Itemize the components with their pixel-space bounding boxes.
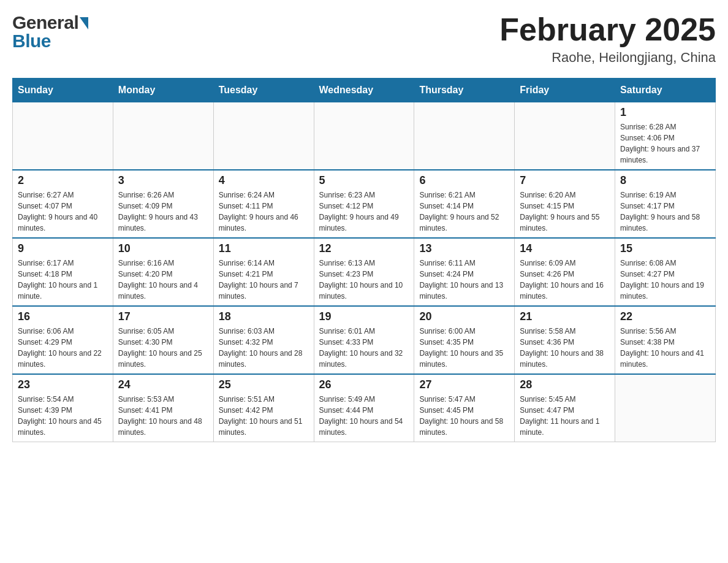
title-block: February 2025 Raohe, Heilongjiang, China	[499, 12, 716, 66]
day-info: Sunrise: 6:28 AMSunset: 4:06 PMDaylight:…	[620, 121, 710, 166]
day-header-friday: Friday	[515, 79, 615, 102]
day-info: Sunrise: 6:03 AMSunset: 4:32 PMDaylight:…	[219, 326, 309, 370]
calendar-cell	[515, 102, 615, 170]
calendar-subtitle: Raohe, Heilongjiang, China	[499, 50, 716, 66]
calendar-cell: 24Sunrise: 5:53 AMSunset: 4:41 PMDayligh…	[113, 374, 213, 442]
day-info: Sunrise: 6:01 AMSunset: 4:33 PMDaylight:…	[319, 326, 409, 370]
day-number: 11	[219, 242, 309, 255]
calendar-cell: 4Sunrise: 6:24 AMSunset: 4:11 PMDaylight…	[213, 170, 314, 238]
day-number: 3	[118, 174, 208, 187]
day-number: 4	[219, 174, 309, 187]
day-info: Sunrise: 5:54 AMSunset: 4:39 PMDaylight:…	[18, 394, 108, 438]
day-info: Sunrise: 5:53 AMSunset: 4:41 PMDaylight:…	[118, 394, 208, 438]
day-header-saturday: Saturday	[615, 79, 716, 102]
day-number: 8	[620, 174, 710, 187]
week-row-3: 9Sunrise: 6:17 AMSunset: 4:18 PMDaylight…	[13, 238, 716, 306]
calendar-cell	[113, 102, 213, 170]
day-number: 23	[18, 378, 108, 391]
calendar-cell	[314, 102, 414, 170]
calendar-cell: 10Sunrise: 6:16 AMSunset: 4:20 PMDayligh…	[113, 238, 213, 306]
day-info: Sunrise: 6:26 AMSunset: 4:09 PMDaylight:…	[118, 190, 208, 234]
day-number: 15	[620, 242, 710, 255]
calendar-cell: 12Sunrise: 6:13 AMSunset: 4:23 PMDayligh…	[314, 238, 414, 306]
day-number: 13	[419, 242, 509, 255]
day-info: Sunrise: 6:13 AMSunset: 4:23 PMDaylight:…	[319, 258, 409, 302]
week-row-2: 2Sunrise: 6:27 AMSunset: 4:07 PMDaylight…	[13, 170, 716, 238]
day-number: 22	[620, 310, 710, 323]
day-number: 25	[219, 378, 309, 391]
calendar-cell: 7Sunrise: 6:20 AMSunset: 4:15 PMDaylight…	[515, 170, 615, 238]
day-info: Sunrise: 6:17 AMSunset: 4:18 PMDaylight:…	[18, 258, 108, 302]
calendar-cell: 27Sunrise: 5:47 AMSunset: 4:45 PMDayligh…	[414, 374, 515, 442]
day-number: 21	[520, 310, 610, 323]
calendar-cell: 25Sunrise: 5:51 AMSunset: 4:42 PMDayligh…	[213, 374, 314, 442]
day-info: Sunrise: 6:21 AMSunset: 4:14 PMDaylight:…	[419, 190, 509, 234]
calendar-cell: 15Sunrise: 6:08 AMSunset: 4:27 PMDayligh…	[615, 238, 716, 306]
day-info: Sunrise: 5:49 AMSunset: 4:44 PMDaylight:…	[319, 394, 409, 438]
calendar-cell	[13, 102, 113, 170]
calendar-cell: 21Sunrise: 5:58 AMSunset: 4:36 PMDayligh…	[515, 306, 615, 374]
day-header-monday: Monday	[113, 79, 213, 102]
day-info: Sunrise: 6:11 AMSunset: 4:24 PMDaylight:…	[419, 258, 509, 302]
day-info: Sunrise: 6:19 AMSunset: 4:17 PMDaylight:…	[620, 190, 710, 234]
day-number: 28	[520, 378, 610, 391]
calendar-cell	[414, 102, 515, 170]
calendar-cell: 8Sunrise: 6:19 AMSunset: 4:17 PMDaylight…	[615, 170, 716, 238]
day-info: Sunrise: 6:24 AMSunset: 4:11 PMDaylight:…	[219, 190, 309, 234]
day-number: 12	[319, 242, 409, 255]
calendar-cell: 2Sunrise: 6:27 AMSunset: 4:07 PMDaylight…	[13, 170, 113, 238]
calendar-table: SundayMondayTuesdayWednesdayThursdayFrid…	[12, 78, 716, 442]
day-info: Sunrise: 6:06 AMSunset: 4:29 PMDaylight:…	[18, 326, 108, 370]
calendar-cell: 23Sunrise: 5:54 AMSunset: 4:39 PMDayligh…	[13, 374, 113, 442]
calendar-cell: 5Sunrise: 6:23 AMSunset: 4:12 PMDaylight…	[314, 170, 414, 238]
day-info: Sunrise: 5:51 AMSunset: 4:42 PMDaylight:…	[219, 394, 309, 438]
day-number: 7	[520, 174, 610, 187]
day-info: Sunrise: 5:56 AMSunset: 4:38 PMDaylight:…	[620, 326, 710, 370]
day-info: Sunrise: 6:05 AMSunset: 4:30 PMDaylight:…	[118, 326, 208, 370]
day-info: Sunrise: 6:09 AMSunset: 4:26 PMDaylight:…	[520, 258, 610, 302]
day-number: 24	[118, 378, 208, 391]
calendar-cell: 9Sunrise: 6:17 AMSunset: 4:18 PMDaylight…	[13, 238, 113, 306]
day-number: 10	[118, 242, 208, 255]
day-info: Sunrise: 6:16 AMSunset: 4:20 PMDaylight:…	[118, 258, 208, 302]
logo: General Blue	[12, 12, 88, 52]
day-number: 18	[219, 310, 309, 323]
calendar-cell: 18Sunrise: 6:03 AMSunset: 4:32 PMDayligh…	[213, 306, 314, 374]
day-number: 1	[620, 106, 710, 119]
week-row-4: 16Sunrise: 6:06 AMSunset: 4:29 PMDayligh…	[13, 306, 716, 374]
calendar-cell: 22Sunrise: 5:56 AMSunset: 4:38 PMDayligh…	[615, 306, 716, 374]
day-info: Sunrise: 5:45 AMSunset: 4:47 PMDaylight:…	[520, 394, 610, 438]
day-number: 17	[118, 310, 208, 323]
calendar-cell: 17Sunrise: 6:05 AMSunset: 4:30 PMDayligh…	[113, 306, 213, 374]
day-info: Sunrise: 6:14 AMSunset: 4:21 PMDaylight:…	[219, 258, 309, 302]
day-number: 14	[520, 242, 610, 255]
calendar-cell: 19Sunrise: 6:01 AMSunset: 4:33 PMDayligh…	[314, 306, 414, 374]
calendar-cell: 13Sunrise: 6:11 AMSunset: 4:24 PMDayligh…	[414, 238, 515, 306]
day-header-wednesday: Wednesday	[314, 79, 414, 102]
calendar-title: February 2025	[499, 12, 716, 47]
day-number: 2	[18, 174, 108, 187]
calendar-cell: 16Sunrise: 6:06 AMSunset: 4:29 PMDayligh…	[13, 306, 113, 374]
calendar-cell: 6Sunrise: 6:21 AMSunset: 4:14 PMDaylight…	[414, 170, 515, 238]
calendar-cell: 28Sunrise: 5:45 AMSunset: 4:47 PMDayligh…	[515, 374, 615, 442]
calendar-cell: 3Sunrise: 6:26 AMSunset: 4:09 PMDaylight…	[113, 170, 213, 238]
day-info: Sunrise: 5:58 AMSunset: 4:36 PMDaylight:…	[520, 326, 610, 370]
calendar-cell: 26Sunrise: 5:49 AMSunset: 4:44 PMDayligh…	[314, 374, 414, 442]
day-number: 27	[419, 378, 509, 391]
calendar-cell	[213, 102, 314, 170]
day-info: Sunrise: 6:00 AMSunset: 4:35 PMDaylight:…	[419, 326, 509, 370]
calendar-cell: 1Sunrise: 6:28 AMSunset: 4:06 PMDaylight…	[615, 102, 716, 170]
calendar-cell	[615, 374, 716, 442]
day-number: 6	[419, 174, 509, 187]
day-number: 20	[419, 310, 509, 323]
logo-triangle-icon	[80, 17, 88, 29]
day-number: 19	[319, 310, 409, 323]
day-header-tuesday: Tuesday	[213, 79, 314, 102]
logo-general-text: General	[12, 12, 78, 33]
day-number: 16	[18, 310, 108, 323]
day-info: Sunrise: 6:27 AMSunset: 4:07 PMDaylight:…	[18, 190, 108, 234]
day-info: Sunrise: 6:20 AMSunset: 4:15 PMDaylight:…	[520, 190, 610, 234]
week-row-1: 1Sunrise: 6:28 AMSunset: 4:06 PMDaylight…	[13, 102, 716, 170]
day-number: 26	[319, 378, 409, 391]
day-info: Sunrise: 6:23 AMSunset: 4:12 PMDaylight:…	[319, 190, 409, 234]
